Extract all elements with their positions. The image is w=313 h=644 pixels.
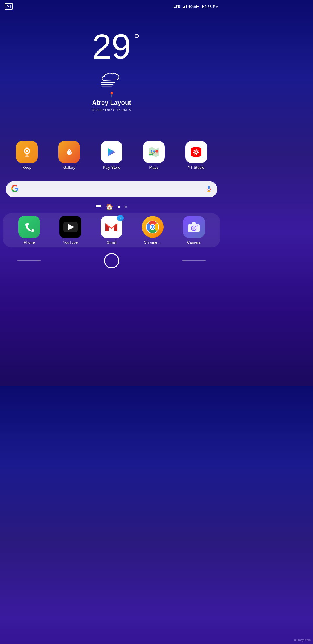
- camera-icon: [183, 216, 205, 238]
- time-display: 9:38 PM: [205, 4, 218, 9]
- page-dot-2[interactable]: [125, 206, 127, 208]
- voice-search-icon[interactable]: [206, 185, 212, 193]
- location-name: Atrey Layout: [92, 99, 131, 107]
- maps-icon: G: [143, 141, 165, 163]
- location-pin-icon: 📍: [108, 91, 115, 98]
- svg-rect-19: [193, 152, 194, 153]
- youtube-label: YouTube: [63, 240, 78, 244]
- app-gallery[interactable]: Gallery: [56, 141, 82, 170]
- weather-icon: [99, 68, 125, 89]
- chrome-icon: [142, 216, 164, 238]
- phone-icon: [18, 216, 40, 238]
- battery-percent: 40%: [188, 4, 196, 9]
- dock-youtube[interactable]: YouTube: [57, 216, 84, 244]
- svg-rect-18: [196, 154, 197, 155]
- dock-chrome[interactable]: Chrome ...: [140, 216, 166, 244]
- status-left: [5, 3, 13, 10]
- bottom-pill-left: [17, 260, 41, 261]
- app-keep[interactable]: Keep: [14, 141, 40, 170]
- lte-indicator: LTE: [174, 5, 180, 8]
- refresh-icon[interactable]: ↻: [128, 108, 131, 112]
- svg-point-39: [192, 227, 195, 230]
- app-ytstudio[interactable]: YT Studio: [183, 141, 209, 170]
- svg-point-11: [155, 150, 158, 153]
- svg-rect-25: [208, 186, 210, 189]
- bottom-pill-right: [182, 260, 206, 261]
- update-text: Updated 8/2 8:16 PM: [92, 108, 127, 112]
- gmail-icon: 2: [101, 216, 122, 238]
- status-right: LTE 40% 9:38 PM: [174, 4, 218, 9]
- status-bar: LTE 40% 9:38 PM: [0, 0, 223, 12]
- app-maps[interactable]: G Maps: [141, 141, 167, 170]
- gallery-icon: [58, 141, 80, 163]
- keep-label: Keep: [23, 165, 31, 170]
- gmail-label: Gmail: [107, 240, 117, 244]
- youtube-icon: [59, 216, 81, 238]
- svg-point-36: [152, 226, 153, 228]
- svg-text:G: G: [151, 148, 155, 155]
- svg-point-16: [195, 151, 197, 153]
- svg-rect-17: [196, 149, 197, 150]
- menu-icon[interactable]: [96, 205, 101, 208]
- app-playstore[interactable]: Play Store: [98, 141, 124, 170]
- home-page-indicator[interactable]: 🏠: [106, 203, 113, 210]
- dock-camera[interactable]: Camera: [181, 216, 207, 244]
- home-button[interactable]: [104, 253, 119, 268]
- maps-label: Maps: [149, 165, 158, 170]
- google-logo: [11, 185, 19, 194]
- temp-value: 29: [92, 27, 131, 66]
- page-dot-1[interactable]: [118, 206, 120, 208]
- keep-icon: [16, 141, 38, 163]
- battery-indicator: 40%: [188, 4, 203, 9]
- app-dock: Phone YouTube 2 Gmail: [3, 213, 220, 247]
- weather-section[interactable]: 29° 📍 Atrey Layout Updated 8/2 8:16 PM ↻: [0, 12, 223, 112]
- ytstudio-label: YT Studio: [188, 165, 205, 170]
- update-time: Updated 8/2 8:16 PM ↻: [92, 108, 131, 112]
- camera-label: Camera: [187, 240, 200, 244]
- page-indicators: 🏠: [0, 203, 223, 210]
- chrome-label: Chrome ...: [144, 240, 162, 244]
- bottom-navigation: [0, 250, 223, 272]
- battery-icon: [196, 5, 203, 8]
- gallery-label: Gallery: [63, 165, 75, 170]
- ytstudio-icon: [185, 141, 207, 163]
- svg-marker-9: [108, 148, 115, 156]
- app-grid: Keep Gallery Play: [0, 129, 223, 175]
- degree-symbol: °: [134, 32, 140, 46]
- svg-point-8: [26, 150, 28, 152]
- gmail-notification-icon: [5, 3, 13, 10]
- svg-rect-20: [198, 152, 199, 153]
- svg-point-40: [197, 225, 198, 226]
- dock-gmail[interactable]: 2 Gmail: [98, 216, 124, 244]
- playstore-icon: [101, 141, 122, 163]
- gmail-badge: 2: [117, 215, 124, 221]
- phone-label: Phone: [24, 240, 35, 244]
- playstore-label: Play Store: [103, 165, 120, 170]
- temperature-display: 29°: [92, 29, 131, 64]
- signal-bars: [182, 4, 187, 8]
- google-search-bar[interactable]: [6, 181, 217, 197]
- dock-phone[interactable]: Phone: [16, 216, 42, 244]
